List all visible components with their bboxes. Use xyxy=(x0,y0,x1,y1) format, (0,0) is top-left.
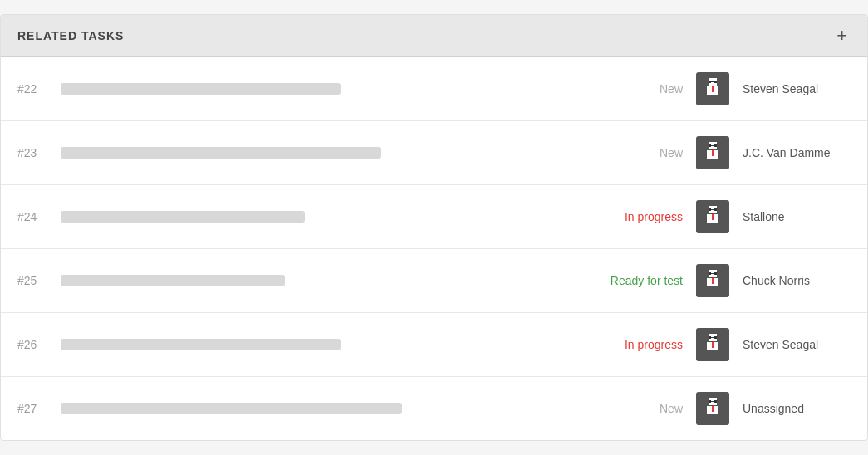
svg-rect-15 xyxy=(714,208,717,211)
avatar xyxy=(696,328,729,361)
svg-rect-20 xyxy=(709,272,711,275)
svg-rect-4 xyxy=(711,81,714,82)
svg-rect-23 xyxy=(712,278,714,284)
svg-rect-10 xyxy=(711,145,714,146)
task-progress-bar xyxy=(61,147,381,159)
svg-rect-8 xyxy=(709,144,711,147)
task-status: In progress xyxy=(583,338,683,351)
svg-rect-16 xyxy=(711,209,714,210)
avatar xyxy=(696,264,729,297)
svg-rect-27 xyxy=(714,336,717,339)
svg-rect-11 xyxy=(712,150,714,156)
svg-rect-21 xyxy=(714,272,717,275)
task-progress-bar xyxy=(61,211,305,223)
svg-rect-22 xyxy=(711,273,714,274)
task-assignee: Steven Seagal xyxy=(743,338,851,351)
task-progress-bar xyxy=(61,83,341,95)
task-bar-container xyxy=(61,403,570,414)
task-id: #22 xyxy=(17,82,47,95)
task-progress-bar xyxy=(61,339,341,350)
task-assignee: Steven Seagal xyxy=(743,82,851,95)
task-assignee: Stallone xyxy=(743,210,851,223)
svg-rect-17 xyxy=(712,214,714,220)
svg-rect-3 xyxy=(714,81,717,83)
panel-header: RELATED TASKS + xyxy=(1,15,867,57)
svg-rect-9 xyxy=(714,144,717,147)
task-status: Ready for test xyxy=(583,274,683,287)
svg-rect-5 xyxy=(712,86,714,92)
task-row[interactable]: #24 In progress Stallone xyxy=(1,185,867,249)
task-id: #23 xyxy=(17,146,47,159)
add-task-button[interactable]: + xyxy=(833,27,851,45)
task-id: #26 xyxy=(17,338,47,351)
task-assignee: Chuck Norris xyxy=(743,274,851,287)
svg-rect-14 xyxy=(709,208,711,211)
tasks-list: #22 New Steven Seagal #23 xyxy=(1,57,867,440)
avatar xyxy=(696,136,729,169)
task-row[interactable]: #23 New J.C. Van Damme xyxy=(1,121,867,185)
task-progress-bar xyxy=(61,403,402,414)
task-bar-container xyxy=(61,211,570,223)
avatar xyxy=(696,200,729,233)
avatar xyxy=(696,392,729,425)
related-tasks-panel: RELATED TASKS + #22 New Steven Seagal xyxy=(0,14,868,441)
task-id: #27 xyxy=(17,402,47,415)
svg-rect-2 xyxy=(709,81,711,83)
task-row[interactable]: #25 Ready for test Chuck Norris xyxy=(1,249,867,313)
task-row[interactable]: #26 In progress Steven Seagal xyxy=(1,313,867,377)
task-row[interactable]: #22 New Steven Seagal xyxy=(1,57,867,121)
task-status: New xyxy=(583,82,683,95)
task-row[interactable]: #27 New Unassigned xyxy=(1,377,867,440)
avatar xyxy=(696,72,729,105)
task-id: #24 xyxy=(17,210,47,223)
task-status: In progress xyxy=(583,210,683,223)
task-assignee: J.C. Van Damme xyxy=(743,146,851,159)
svg-rect-33 xyxy=(714,400,717,403)
svg-rect-34 xyxy=(711,401,714,402)
svg-rect-26 xyxy=(709,336,711,339)
task-id: #25 xyxy=(17,274,47,287)
task-bar-container xyxy=(61,339,570,350)
task-status: New xyxy=(583,402,683,415)
svg-rect-32 xyxy=(709,400,711,403)
svg-rect-35 xyxy=(712,406,714,412)
svg-rect-29 xyxy=(712,342,714,348)
panel-title: RELATED TASKS xyxy=(17,29,124,42)
task-assignee: Unassigned xyxy=(743,402,851,415)
task-progress-bar xyxy=(61,275,285,286)
task-status: New xyxy=(583,146,683,159)
svg-rect-28 xyxy=(711,337,714,338)
task-bar-container xyxy=(61,147,570,159)
task-bar-container xyxy=(61,83,570,95)
task-bar-container xyxy=(61,275,570,286)
